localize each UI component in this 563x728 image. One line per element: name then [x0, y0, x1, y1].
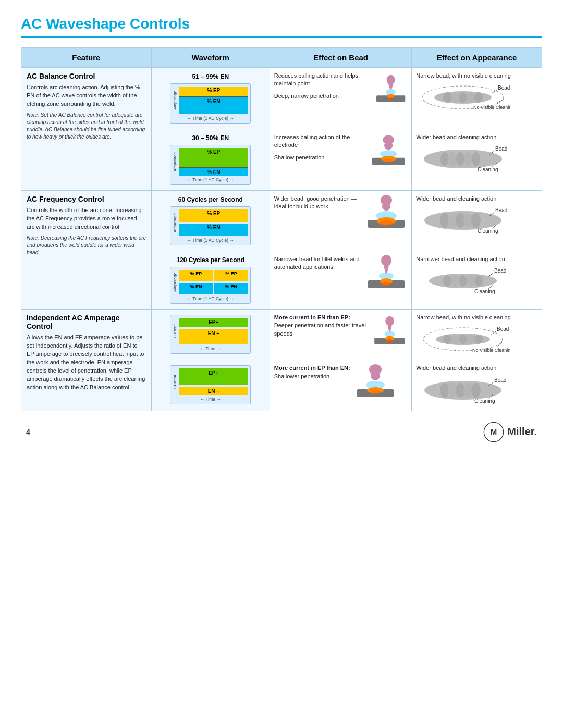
wf-time-indep-1: ← Time → [173, 346, 248, 351]
effect-appearance-balance-2: Wider bead and cleaning action Bead Clea… [412, 129, 542, 191]
bead-visual-indep-2: Bead Cleaning [416, 376, 510, 404]
waveform-label-freq-1: 60 Cycles per Second [155, 196, 266, 203]
svg-line-13 [492, 90, 497, 93]
effect-bead-balance-2: Increases balling action of the electrod… [270, 129, 411, 191]
en-block-balance-1: % EN [179, 97, 248, 114]
svg-text:M: M [491, 428, 497, 436]
wf-time-balance-1: ← Time (1 AC Cycle) → [173, 116, 248, 121]
waveform-diagram-balance-1: Amperage % EP % EN ← Time (1 AC Cycle) → [170, 83, 251, 124]
waveform-diagram-indep-1: Current EP+ EN – ← Time → [170, 315, 251, 354]
waveform-label-freq-2: 120 Cycles per Second [155, 256, 266, 264]
zero-line-balance-1 [179, 96, 248, 97]
effect-bead-freq-1: Wider bead, good penetration — ideal for… [270, 191, 411, 251]
svg-point-44 [471, 213, 481, 228]
feature-desc-ac-balance: Controls arc cleaning action. Adjusting … [27, 83, 146, 108]
svg-text:Bead: Bead [497, 326, 509, 332]
effect-text-freq-1: Wider bead, good penetration — ideal for… [274, 195, 361, 211]
appearance-desc-freq-1: Wider bead and cleaning action [416, 195, 537, 203]
zero-line-freq-1 [179, 223, 248, 223]
effect-title-indep-1: More current in EN than EP: [274, 314, 368, 322]
waveform-diagram-freq-1: Amperage % EP % EN ← Time (1 AC Cycle) → [170, 206, 251, 245]
wf-ylabel-balance-2: Amperage [173, 148, 178, 176]
waveform-cell-indep-1: Current EP+ EN – ← Time → [151, 310, 270, 360]
appearance-desc-balance-2: Wider bead and cleaning action [416, 133, 537, 141]
effect-text-balance-1a: Reduces balling action and helps maintai… [274, 72, 370, 88]
svg-point-26 [456, 152, 464, 166]
appearance-desc-balance-1: Narrow bead, with no visible cleaning [416, 72, 537, 80]
miller-logo-icon: M [483, 422, 504, 442]
miller-text: Miller. [507, 426, 537, 438]
bead-visual-freq-1: Bead Cleaning [416, 206, 510, 235]
col-header-effect-bead: Effect on Bead [270, 48, 411, 68]
svg-point-12 [474, 92, 483, 103]
zero-line-indep-1 [179, 328, 248, 328]
effect-text-balance-1b: Deep, narrow penetration [274, 92, 370, 100]
effect-appearance-indep-1: Narrow bead, with no visible cleaning Be… [412, 310, 542, 360]
effect-text-freq-2: Narrower bead for fillet welds and autom… [274, 255, 361, 272]
svg-point-22 [383, 159, 394, 162]
svg-line-80 [497, 342, 502, 347]
wf-ylabel-indep-2: Current [173, 368, 178, 395]
weld-visual-freq-2 [365, 255, 407, 292]
effect-appearance-balance-1: Narrow bead, with no visible cleaning Be [412, 68, 542, 129]
svg-text:Cleaning: Cleaning [478, 228, 498, 234]
waveform-cell-balance-2: 30 – 50% EN Amperage % EP % EN ← Time (1… [151, 129, 270, 191]
wf-time-balance-2: ← Time (1 AC Cycle) → [173, 177, 248, 182]
ep-plus-block-indep-2: EP+ [179, 368, 248, 385]
svg-text:Bead: Bead [494, 268, 506, 274]
effect-bead-freq-2: Narrower bead for fillet welds and autom… [270, 251, 411, 310]
wf-time-freq-2: ← Time (1 AC Cycle) → [173, 296, 248, 301]
svg-point-58 [459, 275, 467, 287]
svg-text:No Visible Cleaning: No Visible Cleaning [472, 348, 510, 353]
feature-desc-ac-frequency: Controls the width of the arc cone. Incr… [27, 206, 146, 231]
svg-point-83 [371, 371, 380, 380]
wf-ylabel-indep-1: Current [173, 318, 178, 344]
zero-line-freq-2 [179, 282, 248, 282]
svg-text:Cleaning: Cleaning [478, 167, 498, 172]
col-header-waveform: Waveform [151, 48, 270, 68]
ep-block-freq-1: % EP [179, 209, 248, 222]
svg-point-27 [464, 152, 472, 166]
en-minus-block-indep-2: EN – [179, 387, 248, 395]
feature-note-ac-frequency: Note: Decreasing the AC Frequency soften… [27, 235, 146, 256]
svg-point-65 [385, 316, 394, 326]
ep-block-freq-2a: % EP [179, 270, 213, 281]
en-block-balance-2: % EN [179, 168, 248, 176]
svg-point-93 [471, 383, 481, 398]
col-header-feature: Feature [21, 48, 152, 68]
svg-text:Bead: Bead [495, 146, 507, 152]
svg-text:Bead: Bead [495, 207, 507, 213]
waveform-diagram-balance-2: Amperage % EP % EN ← Time (1 AC Cycle) → [170, 145, 251, 185]
en-block-freq-2b: % EN [214, 283, 249, 294]
waveform-label-balance-2: 30 – 50% EN [155, 134, 266, 142]
waveform-cell-freq-1: 60 Cycles per Second Amperage % EP % EN … [151, 191, 270, 251]
main-table: Feature Waveform Effect on Bead Effect o… [21, 47, 542, 411]
appearance-desc-indep-2: Wider bead and cleaning action [416, 364, 537, 372]
effect-text-indep-1: Deeper penetration and faster travel spe… [274, 322, 368, 338]
feature-cell-ac-frequency: AC Frequency Control Controls the width … [21, 191, 152, 310]
feature-cell-independent: Independent AC Amperage Control Allows t… [21, 310, 152, 411]
effect-appearance-freq-1: Wider bead and cleaning action Bead Clea… [412, 191, 542, 251]
svg-point-10 [459, 92, 467, 103]
waveform-cell-indep-2: Current EP+ EN – ← Time → [151, 360, 270, 411]
bead-visual-freq-2: Bead Cleaning [416, 266, 510, 295]
waveform-diagram-indep-2: Current EP+ EN – ← Time → [170, 365, 251, 404]
appearance-desc-indep-1: Narrow bead, with no visible cleaning [416, 314, 537, 322]
waveform-label-balance-1: 51 – 99% EN [155, 73, 266, 80]
ep-dual-freq-2: % EP % EP [179, 270, 248, 281]
effect-appearance-indep-2: Wider bead and cleaning action Bead Clea… [412, 360, 542, 411]
effect-text-balance-2a: Increases balling action of the electrod… [274, 133, 365, 150]
en-block-freq-1: % EN [179, 224, 248, 236]
svg-point-77 [474, 335, 483, 344]
section-ac-balance: AC Balance Control Controls arc cleaning… [21, 68, 542, 129]
effect-title-indep-2: More current in EP than EN: [274, 364, 350, 372]
weld-visual-freq-1 [365, 195, 407, 231]
svg-line-61 [488, 273, 493, 277]
effect-bead-balance-1: Reduces balling action and helps maintai… [270, 68, 411, 129]
weld-visual-indep-2 [354, 364, 396, 401]
feature-title-ac-balance: AC Balance Control [27, 72, 146, 80]
svg-point-18 [384, 141, 393, 150]
page-number: 4 [26, 428, 30, 436]
svg-text:Bead: Bead [498, 85, 510, 91]
waveform-diagram-freq-2: Amperage % EP % EP % EN % EN [170, 267, 251, 304]
